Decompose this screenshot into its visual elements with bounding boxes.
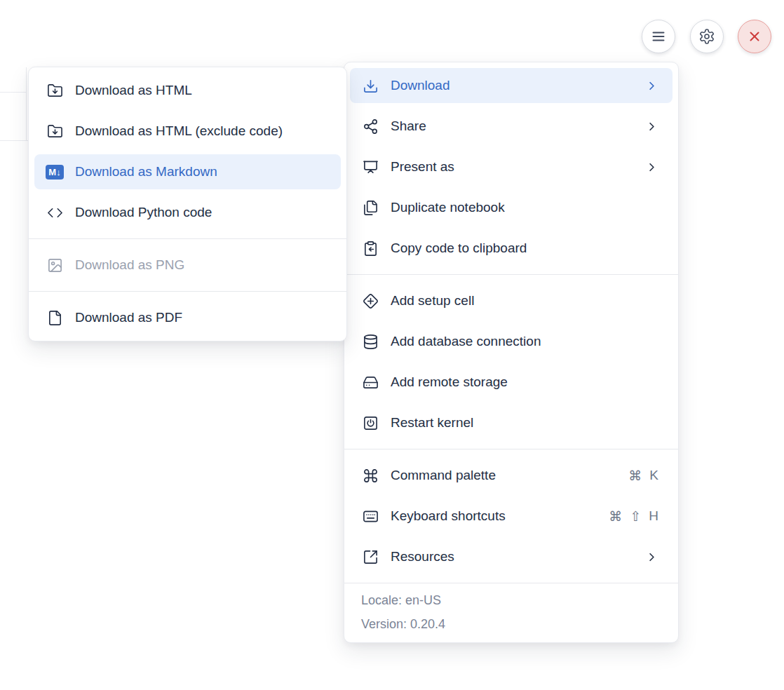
menu-item-icon-wrap bbox=[361, 332, 379, 351]
menu-item-icon-wrap bbox=[361, 548, 379, 566]
menu-item-label: Download Python code bbox=[75, 205, 327, 220]
menu-item-icon-wrap bbox=[361, 292, 379, 310]
menu-item-icon-wrap bbox=[361, 373, 379, 391]
menu-item-present-as[interactable]: Present as bbox=[350, 149, 673, 184]
menu-item-icon-wrap bbox=[361, 117, 379, 135]
menu-item-keyboard-shortcuts[interactable]: Keyboard shortcuts⌘⇧H bbox=[350, 499, 673, 534]
submenu-chevron bbox=[645, 79, 658, 93]
locale-text: Locale: en-US bbox=[361, 588, 661, 612]
power-square-icon bbox=[363, 415, 379, 431]
menu-separator bbox=[344, 449, 678, 449]
menu-item-icon-wrap bbox=[46, 122, 64, 140]
menu-item-download-as-html-exclude-code[interactable]: Download as HTML (exclude code) bbox=[34, 114, 341, 149]
menu-item-add-setup-cell[interactable]: Add setup cell bbox=[350, 283, 673, 318]
shortcut-hint: ⌘K bbox=[628, 468, 658, 484]
version-text: Version: 0.20.4 bbox=[361, 612, 661, 636]
gear-icon bbox=[698, 28, 715, 45]
close-button[interactable] bbox=[738, 20, 771, 53]
page-edge-line-vertical bbox=[26, 67, 27, 141]
keyboard-icon bbox=[363, 508, 379, 525]
menu-item-label: Download as PNG bbox=[75, 257, 327, 273]
shortcut-key: ⌘ bbox=[609, 508, 622, 525]
chevron-right-icon bbox=[645, 79, 658, 93]
shortcut-key: ⌘ bbox=[628, 468, 642, 484]
submenu-chevron bbox=[645, 161, 658, 174]
chevron-right-icon bbox=[645, 120, 658, 133]
shortcut-key: K bbox=[649, 468, 658, 483]
menu-item-copy-code-to-clipboard[interactable]: Copy code to clipboard bbox=[350, 231, 673, 266]
menu-item-resources[interactable]: Resources bbox=[350, 539, 673, 574]
menu-item-download-as-html[interactable]: Download as HTML bbox=[34, 73, 341, 108]
folder-download-icon bbox=[47, 123, 63, 140]
submenu-chevron bbox=[645, 120, 658, 133]
menu-item-icon-wrap bbox=[46, 81, 64, 100]
code-icon bbox=[47, 205, 63, 221]
menu-separator bbox=[344, 274, 678, 275]
menu-item-label: Add database connection bbox=[391, 334, 658, 349]
menu-item-label: Duplicate notebook bbox=[391, 200, 658, 215]
menu-item-download-as-pdf[interactable]: Download as PDF bbox=[34, 300, 341, 335]
clipboard-copy-icon bbox=[363, 241, 379, 257]
page-edge-line-horizontal-2 bbox=[0, 140, 28, 141]
menu-item-download[interactable]: Download bbox=[350, 68, 673, 103]
menu-separator bbox=[29, 238, 346, 239]
menu-item-icon-wrap bbox=[46, 203, 64, 222]
command-icon bbox=[363, 468, 379, 484]
menu-item-icon-wrap bbox=[46, 309, 64, 327]
settings-button[interactable] bbox=[690, 20, 724, 53]
menu-item-label: Download as HTML bbox=[75, 83, 327, 98]
menu-item-label: Copy code to clipboard bbox=[391, 241, 658, 256]
menu-item-icon-wrap bbox=[361, 466, 379, 485]
menu-item-label: Present as bbox=[391, 159, 645, 175]
hamburger-icon bbox=[650, 28, 667, 45]
diamond-plus-icon bbox=[363, 293, 379, 309]
menu-item-download-as-png: Download as PNG bbox=[34, 248, 341, 283]
folder-download-icon bbox=[47, 83, 63, 99]
menu-item-icon-wrap bbox=[361, 76, 379, 95]
menu-item-restart-kernel[interactable]: Restart kernel bbox=[350, 405, 673, 440]
shortcut-hint: ⌘⇧H bbox=[609, 508, 658, 525]
menu-item-icon-wrap bbox=[361, 198, 379, 217]
markdown-badge-icon: M↓ bbox=[46, 165, 64, 180]
image-icon bbox=[47, 257, 63, 273]
submenu-chevron bbox=[645, 550, 658, 564]
menu-item-label: Download as PDF bbox=[75, 310, 327, 325]
menu-separator bbox=[29, 291, 346, 292]
menu-item-label: Download bbox=[391, 78, 645, 93]
download-submenu-panel: Download as HTMLDownload as HTML (exclud… bbox=[28, 67, 347, 341]
notebook-menu-panel: DownloadSharePresent asDuplicate noteboo… bbox=[344, 62, 679, 643]
menu-item-add-remote-storage[interactable]: Add remote storage bbox=[350, 365, 673, 400]
chevron-right-icon bbox=[645, 550, 658, 564]
chevron-right-icon bbox=[645, 161, 658, 174]
menu-item-label: Resources bbox=[391, 549, 645, 564]
menu-item-icon-wrap bbox=[361, 239, 379, 257]
notebook-menu-button[interactable] bbox=[642, 20, 675, 53]
hard-drive-icon bbox=[363, 374, 379, 391]
menu-item-icon-wrap bbox=[361, 414, 379, 432]
menu-item-label: Keyboard shortcuts bbox=[391, 508, 609, 524]
menu-item-add-database-connection[interactable]: Add database connection bbox=[350, 324, 673, 359]
menu-item-label: Command palette bbox=[391, 468, 628, 483]
page-edge-line-horizontal-1 bbox=[0, 92, 26, 93]
shortcut-key: H bbox=[649, 508, 658, 524]
menu-footer: Locale: en-US Version: 0.20.4 bbox=[344, 583, 678, 642]
menu-item-label: Download as HTML (exclude code) bbox=[75, 123, 327, 139]
menu-item-download-as-markdown[interactable]: M↓Download as Markdown bbox=[34, 154, 341, 189]
presentation-icon bbox=[363, 159, 379, 175]
external-link-icon bbox=[363, 549, 379, 565]
share-icon bbox=[363, 119, 379, 135]
duplicate-pages-icon bbox=[363, 200, 379, 216]
menu-item-icon-wrap bbox=[46, 256, 64, 274]
menu-item-download-python-code[interactable]: Download Python code bbox=[34, 195, 341, 230]
shortcut-key: ⇧ bbox=[630, 508, 641, 525]
menu-item-label: Add remote storage bbox=[391, 374, 658, 390]
menu-item-command-palette[interactable]: Command palette⌘K bbox=[350, 458, 673, 493]
file-icon bbox=[47, 310, 63, 326]
menu-item-label: Add setup cell bbox=[391, 293, 658, 309]
menu-item-share[interactable]: Share bbox=[350, 109, 673, 144]
menu-item-icon-wrap bbox=[361, 158, 379, 176]
download-icon bbox=[363, 78, 379, 94]
menu-item-icon-wrap bbox=[361, 507, 379, 525]
menu-item-duplicate-notebook[interactable]: Duplicate notebook bbox=[350, 190, 673, 225]
close-icon bbox=[747, 29, 762, 44]
